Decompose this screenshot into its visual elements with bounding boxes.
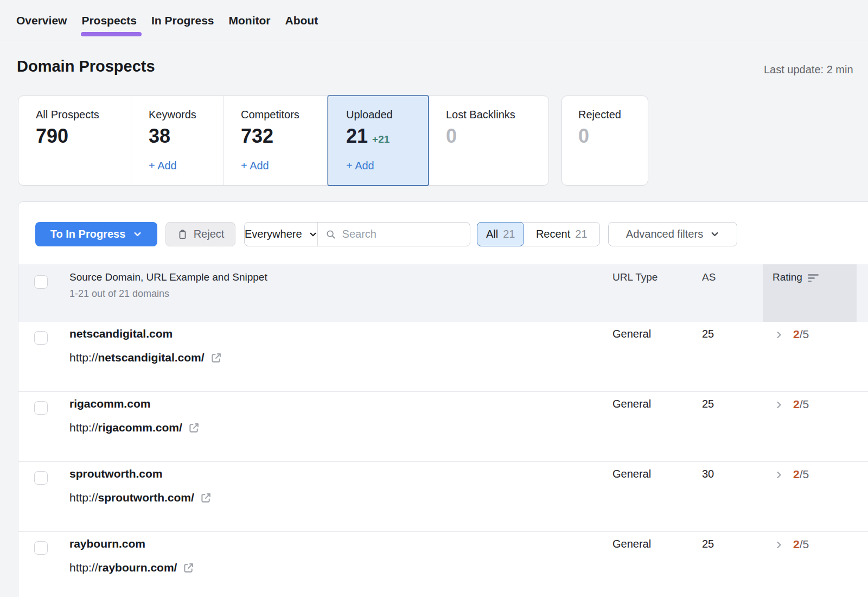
chevron-down-icon	[133, 230, 142, 239]
external-link-icon	[188, 422, 200, 434]
table-row-count: 1-21 out of 21 domains	[69, 288, 169, 300]
column-header-url-type: URL Type	[612, 271, 658, 283]
tab-monitor[interactable]: Monitor	[229, 14, 271, 27]
source-domain: raybourn.com	[69, 537, 145, 550]
card-delta-badge: +21	[372, 134, 390, 145]
url-text: http://sproutworth.com/	[69, 491, 194, 504]
page-title: Domain Prospects	[17, 58, 155, 75]
table-row: rigacomm.com http://rigacomm.com/ Genera…	[18, 392, 868, 462]
table-row: raybourn.com http://raybourn.com/ Genera…	[18, 532, 868, 597]
tab-prospects[interactable]: Prospects	[81, 14, 137, 27]
table-row: netscandigital.com http://netscandigital…	[18, 322, 868, 392]
tab-prospects-label: Prospects	[81, 14, 137, 27]
rating-value: 2/5	[793, 538, 809, 551]
advanced-filters-label: Advanced filters	[626, 228, 703, 240]
chevron-right-icon[interactable]	[775, 399, 783, 409]
source-domain: rigacomm.com	[69, 397, 150, 410]
card-competitors[interactable]: Competitors 732 + Add	[223, 96, 328, 185]
source-url-link[interactable]: http://raybourn.com/	[69, 561, 195, 574]
segment-all-count: 21	[503, 228, 515, 240]
row-checkbox[interactable]	[34, 331, 48, 345]
segment-recent-label: Recent	[536, 228, 570, 240]
chevron-right-icon[interactable]	[775, 539, 783, 549]
source-url-link[interactable]: http://rigacomm.com/	[69, 421, 200, 434]
last-update-text: Last update: 2 min	[764, 63, 868, 76]
card-rejected[interactable]: Rejected 0	[561, 96, 648, 186]
all-recent-segmented-control: All 21 Recent 21	[477, 222, 600, 246]
add-keywords-link[interactable]: + Add	[149, 160, 212, 172]
card-keywords[interactable]: Keywords 38 + Add	[131, 96, 223, 185]
add-uploaded-link[interactable]: + Add	[346, 160, 417, 172]
url-text: http://rigacomm.com/	[69, 421, 182, 434]
search-combo: Everywhere	[244, 222, 470, 246]
tab-overview[interactable]: Overview	[16, 14, 67, 27]
to-in-progress-button[interactable]: To In Progress	[35, 222, 157, 246]
segment-recent-count: 21	[575, 228, 587, 240]
advanced-filters-button[interactable]: Advanced filters	[608, 222, 737, 246]
url-text: http://netscandigital.com/	[69, 351, 205, 364]
column-header-rating[interactable]: Rating	[763, 264, 857, 322]
table-toolbar: To In Progress Reject Everywhere	[18, 222, 868, 246]
tab-about[interactable]: About	[285, 14, 318, 27]
as-value: 25	[702, 328, 714, 340]
chevron-right-icon[interactable]	[775, 329, 783, 339]
card-value: 21	[346, 126, 368, 147]
as-value: 25	[702, 398, 714, 410]
as-value: 25	[702, 538, 714, 550]
row-checkbox[interactable]	[34, 471, 48, 485]
card-label: Competitors	[241, 109, 317, 121]
source-domain: sproutworth.com	[69, 467, 163, 480]
row-checkbox[interactable]	[34, 541, 48, 555]
external-link-icon	[200, 492, 212, 504]
card-label: Uploaded	[346, 109, 417, 121]
segment-recent[interactable]: Recent 21	[524, 223, 599, 246]
chevron-down-icon	[710, 230, 719, 239]
column-header-rating-label: Rating	[773, 271, 802, 283]
chevron-right-icon[interactable]	[775, 469, 783, 479]
search-input[interactable]	[342, 228, 486, 240]
card-all-prospects[interactable]: All Prospects 790	[18, 96, 131, 185]
tab-in-progress[interactable]: In Progress	[151, 14, 214, 27]
search-scope-value: Everywhere	[245, 228, 302, 240]
search-box	[318, 223, 494, 246]
rating-value: 2/5	[793, 398, 809, 411]
source-domain: netscandigital.com	[69, 327, 173, 340]
url-type-value: General	[612, 468, 651, 480]
trash-icon	[177, 228, 188, 240]
card-label: All Prospects	[36, 109, 120, 121]
search-icon	[326, 229, 336, 240]
url-text: http://raybourn.com/	[69, 561, 177, 574]
chevron-down-icon	[309, 230, 317, 239]
url-type-value: General	[612, 398, 651, 410]
rating-value: 2/5	[793, 328, 809, 341]
card-label: Keywords	[149, 109, 212, 121]
segment-all-label: All	[486, 228, 498, 240]
add-competitors-link[interactable]: + Add	[241, 160, 317, 172]
column-header-source: Source Domain, URL Example and Snippet	[69, 271, 267, 283]
segment-all[interactable]: All 21	[477, 222, 524, 246]
external-link-icon	[182, 562, 195, 574]
row-checkbox[interactable]	[34, 401, 48, 415]
to-in-progress-label: To In Progress	[50, 228, 126, 240]
card-label: Rejected	[578, 109, 637, 121]
card-value: 38	[149, 126, 170, 147]
reject-button[interactable]: Reject	[165, 222, 235, 246]
search-scope-select[interactable]: Everywhere	[245, 223, 318, 246]
card-value: 0	[578, 126, 589, 147]
prospects-panel: To In Progress Reject Everywhere	[18, 201, 868, 597]
card-value: 790	[36, 126, 68, 147]
card-lost-backlinks[interactable]: Lost Backlinks 0	[428, 96, 548, 185]
table-row: sproutworth.com http://sproutworth.com/ …	[18, 462, 868, 532]
card-uploaded-selected[interactable]: Uploaded 21 +21 + Add	[328, 96, 428, 185]
source-url-link[interactable]: http://netscandigital.com/	[69, 351, 222, 364]
card-value: 0	[446, 126, 457, 147]
column-header-as: AS	[702, 271, 716, 283]
active-tab-underline	[81, 32, 142, 36]
external-link-icon	[210, 352, 222, 364]
rating-value: 2/5	[793, 468, 809, 481]
source-url-link[interactable]: http://sproutworth.com/	[69, 491, 212, 504]
prospect-source-cards: All Prospects 790 Keywords 38 + Add Comp…	[18, 96, 549, 186]
select-all-checkbox[interactable]	[34, 275, 48, 289]
top-nav: Overview Prospects In Progress Monitor A…	[0, 0, 868, 41]
reject-label: Reject	[194, 228, 225, 240]
